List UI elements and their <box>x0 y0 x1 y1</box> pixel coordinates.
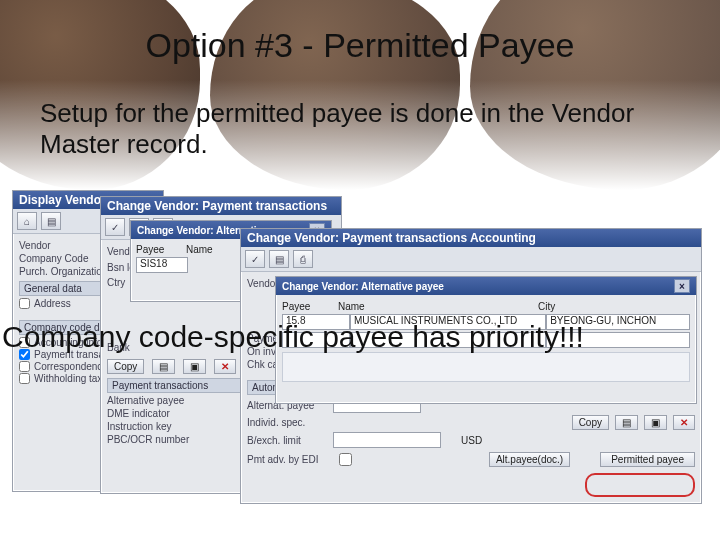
checkbox-pmt-edi[interactable] <box>339 453 352 466</box>
label-vendor: Vendor <box>19 240 109 251</box>
copy-button[interactable]: Copy <box>572 415 609 430</box>
col-payee: Payee <box>136 244 176 255</box>
label-instruction: Instruction key <box>107 421 197 432</box>
col-city: City <box>538 301 658 312</box>
label-pmt-edi: Pmt adv. by EDI <box>247 454 333 465</box>
icon-button[interactable]: ▣ <box>183 359 206 374</box>
col-name: Name <box>186 244 226 255</box>
icon-button[interactable]: ▤ <box>152 359 175 374</box>
copy-button[interactable]: Copy <box>107 359 144 374</box>
scroll-area[interactable] <box>282 352 690 382</box>
icon-button[interactable]: ▤ <box>615 415 638 430</box>
toolbar-button[interactable]: ✓ <box>105 218 125 236</box>
window-title: Display Vendor <box>19 193 106 207</box>
window-title: Change Vendor: Alternative payee <box>282 281 444 292</box>
titlebar: Change Vendor: Payment transactions Acco… <box>241 229 701 247</box>
label-usd: USD <box>461 435 482 446</box>
label-company-code: Company Code <box>19 253 109 264</box>
window-title: Change Vendor: Payment transactions <box>107 199 327 213</box>
close-icon[interactable]: × <box>674 279 690 293</box>
toolbar-button[interactable]: ⎙ <box>293 250 313 268</box>
label-btch: B/exch. limit <box>247 435 327 446</box>
toolbar-button[interactable]: ✓ <box>245 250 265 268</box>
slide-subtitle: Setup for the permitted payee is done in… <box>40 98 680 159</box>
label-pbc-ocr: PBC/OCR number <box>107 434 197 445</box>
icon-button[interactable]: ▣ <box>644 415 667 430</box>
input-btch[interactable] <box>333 432 441 448</box>
toolbar-button[interactable]: ⌂ <box>17 212 37 230</box>
toolbar-button[interactable]: ▤ <box>41 212 61 230</box>
label-individ: Individ. spec. <box>247 417 327 428</box>
permitted-payee-button[interactable]: Permitted payee <box>600 452 695 467</box>
slide: Option #3 - Permitted Payee Setup for th… <box>0 0 720 540</box>
label-purch-org: Purch. Organization <box>19 266 109 277</box>
input-payee[interactable]: SIS18 <box>136 257 188 273</box>
titlebar: Change Vendor: Alternative payee × <box>276 277 696 295</box>
alt-payee-doc-button[interactable]: Alt.payee(doc.) <box>489 452 570 467</box>
col-name: Name <box>338 301 538 312</box>
titlebar: Change Vendor: Payment transactions <box>101 197 341 215</box>
col-payee: Payee <box>282 301 338 312</box>
toolbar: ✓ ▤ ⎙ <box>241 247 701 272</box>
delete-button[interactable]: ✕ <box>673 415 695 430</box>
slide-title: Option #3 - Permitted Payee <box>0 26 720 65</box>
window-title: Change Vendor: Payment transactions Acco… <box>247 231 536 245</box>
label-dme: DME indicator <box>107 408 197 419</box>
toolbar-button[interactable]: ▤ <box>269 250 289 268</box>
permitted-highlight <box>585 473 695 497</box>
delete-button[interactable]: ✕ <box>214 359 236 374</box>
label-alt-payee: Alternative payee <box>107 395 197 406</box>
priority-note: Company code-specific payee has priority… <box>2 320 718 354</box>
